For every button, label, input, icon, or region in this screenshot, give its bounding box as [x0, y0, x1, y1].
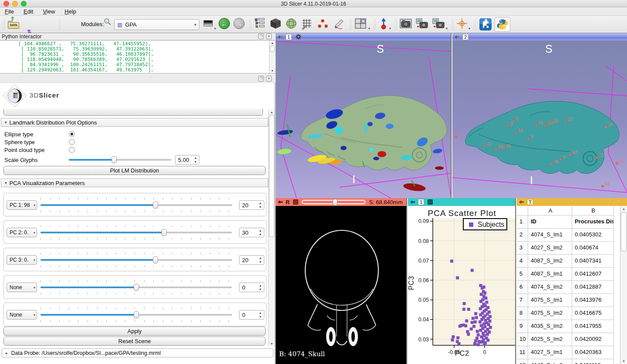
chevron-down-icon[interactable]: ▾ — [446, 27, 448, 30]
procrustes-table[interactable]: AB1IDProcrustes Distance24074_S_lm10.040… — [517, 206, 620, 364]
pca-section-header[interactable]: ▾ PCA Visualization Parameters — [1, 179, 268, 187]
toolbar-grip[interactable] — [58, 19, 61, 30]
spin-arrows-icon[interactable]: ▲▼ — [258, 229, 263, 236]
table-row[interactable]: 124149_S_lm20.0421118 — [517, 359, 620, 364]
pc-value-spinbox[interactable]: 0▲▼ — [239, 283, 264, 292]
load-data-button[interactable]: ⇧ DATA — [7, 18, 20, 31]
float-panel-icon[interactable]: ❐ — [258, 34, 264, 39]
column-header-a[interactable]: A — [528, 206, 572, 216]
pin-icon[interactable] — [410, 200, 415, 204]
toolbar-grip[interactable] — [349, 19, 351, 30]
scroll-up-icon[interactable]: ▲ — [620, 207, 627, 210]
menu-edit[interactable]: Edit — [19, 8, 38, 15]
undo-button[interactable]: ← — [219, 18, 230, 29]
table-row[interactable]: 24074_S_lm10.0405302 — [517, 229, 620, 242]
volume-rendering-cube-icon[interactable] — [270, 18, 281, 31]
python-console[interactable]: [ 104.4986627 , 75.30271111, 47.14455952… — [0, 40, 275, 74]
pc-value-spinbox[interactable]: 30▲▼ — [239, 228, 264, 237]
pc-component-combobox[interactable]: PC 1: 98▾ — [7, 200, 37, 210]
pc-slider[interactable] — [40, 286, 232, 288]
plot-view[interactable]: 1 0.090.080.070.060.050.040.03-0.050 PCA… — [408, 198, 516, 364]
window-level-button[interactable] — [203, 18, 213, 31]
scene-view-button[interactable] — [415, 18, 428, 31]
column-header-b[interactable]: B — [572, 206, 614, 216]
toolbar-grip[interactable] — [3, 19, 5, 30]
spin-arrows-icon[interactable]: ▲▼ — [258, 201, 263, 209]
transforms-grid-icon[interactable] — [301, 18, 313, 31]
crosshair-button[interactable] — [456, 18, 468, 31]
spin-arrows-icon[interactable]: ▲▼ — [258, 283, 263, 291]
pc-value-spinbox[interactable]: 0▲▼ — [239, 310, 264, 320]
place-point-button[interactable] — [379, 18, 388, 31]
annotation-pencil-icon[interactable] — [334, 18, 345, 31]
pc-component-combobox[interactable]: None▾ — [7, 283, 37, 292]
menu-file[interactable]: File — [0, 8, 19, 15]
chevron-down-icon[interactable]: ▾ — [368, 27, 370, 30]
chevron-down-icon[interactable]: ▾ — [214, 27, 216, 30]
menu-help[interactable]: Help — [60, 8, 81, 15]
chevron-down-icon[interactable]: ▾ — [469, 27, 470, 30]
spin-arrows-icon[interactable]: ▲▼ — [258, 311, 263, 319]
scale-glyphs-spinbox[interactable]: 5.00 ▲▼ — [175, 155, 199, 165]
pc-slider[interactable] — [40, 232, 232, 233]
apply-button[interactable]: Apply — [3, 327, 266, 336]
pc-value-spinbox[interactable]: 20▲▼ — [239, 255, 264, 265]
module-panel-scrollbar[interactable]: ▲ ▼ — [268, 110, 275, 346]
pin-icon[interactable] — [278, 200, 283, 204]
pc-component-combobox[interactable]: None▾ — [7, 310, 37, 320]
scroll-up-icon[interactable]: ▲ — [270, 41, 275, 44]
sphere-type-radio[interactable] — [69, 139, 75, 145]
pc-component-combobox[interactable]: PC 2: 0.▾ — [7, 228, 37, 237]
pc-slider[interactable] — [40, 314, 232, 316]
layout-selector-button[interactable] — [354, 18, 367, 31]
spin-arrows-icon[interactable]: ▲▼ — [193, 156, 198, 164]
table-row[interactable]: 64074_S_lm20.0412887 — [517, 281, 620, 294]
screenshot-button[interactable] — [400, 18, 412, 31]
scene-view-menu-button[interactable] — [432, 18, 445, 31]
pin-icon[interactable] — [455, 35, 460, 39]
float-panel-icon[interactable]: ❐ — [258, 76, 264, 81]
pin-icon[interactable] — [519, 200, 524, 204]
table-row[interactable]: 34027_S_lm20.040674 — [517, 242, 620, 255]
subject-hierarchy-button[interactable] — [254, 18, 266, 31]
table-row[interactable]: 114027_S_lm10.0420363 — [517, 346, 620, 359]
scroll-down-icon[interactable]: ▼ — [269, 342, 275, 345]
point-cloud-type-radio[interactable] — [69, 147, 75, 153]
pc-value-spinbox[interactable]: 20▲▼ — [239, 200, 264, 210]
scroll-down-icon[interactable]: ▼ — [620, 360, 627, 363]
plot-lm-distribution-button[interactable]: Plot LM Distribution — [3, 166, 266, 175]
scale-glyphs-slider[interactable] — [69, 159, 172, 161]
table-row[interactable]: 74075_S_lm10.0413976 — [517, 294, 620, 307]
gear-icon[interactable] — [296, 34, 301, 40]
red-slice-view[interactable]: R S: 68.840mm B: 4074_Skull — [276, 198, 407, 364]
scroll-up-icon[interactable]: ▲ — [269, 111, 275, 114]
plot-menu-icon[interactable] — [428, 199, 433, 205]
threed-view-2[interactable]: 233342635197252010131622489465553 2 S I — [452, 33, 627, 198]
chevron-down-icon[interactable]: ▾ — [389, 27, 391, 30]
table-scrollbar[interactable]: ▲ ▼ — [620, 206, 627, 364]
table-row[interactable]: 44087_S_lm20.0407341 — [517, 255, 620, 268]
pin-icon[interactable] — [278, 35, 283, 39]
table-row[interactable]: 84075_S_lm20.0416675 — [517, 307, 620, 320]
redo-button[interactable]: → — [233, 18, 245, 29]
toolbar-grip[interactable] — [374, 19, 376, 30]
close-panel-icon[interactable]: ✕ — [266, 76, 272, 81]
menu-view[interactable]: View — [38, 8, 60, 15]
table-row[interactable]: 94035_S_lm20.0417955 — [517, 320, 620, 333]
reset-scene-button[interactable]: Reset Scene — [3, 337, 266, 346]
toolbar-grip[interactable] — [451, 19, 453, 30]
table-row[interactable]: 104025_S_lm20.0420092 — [517, 333, 620, 346]
scroll-down-icon[interactable]: ▼ — [270, 69, 275, 72]
green-sphere-icon[interactable] — [286, 18, 297, 31]
close-panel-icon[interactable]: ✕ — [266, 34, 272, 39]
pc-component-combobox[interactable]: PC 3: 0.▾ — [7, 255, 37, 265]
ellipse-type-radio[interactable] — [69, 131, 75, 137]
pca-scatter-plot[interactable]: 0.090.080.070.060.050.040.03-0.050 PCA S… — [408, 206, 516, 364]
toolbar-grip[interactable] — [394, 19, 397, 30]
threed-view-1[interactable]: 1 S I — [276, 33, 452, 198]
slice-offset-slider[interactable] — [302, 200, 365, 204]
spin-arrows-icon[interactable]: ▲▼ — [258, 256, 263, 264]
table-row[interactable]: 1IDProcrustes Distance — [517, 216, 620, 229]
table-view[interactable]: T AB1IDProcrustes Distance24074_S_lm10.0… — [517, 198, 627, 364]
module-selector-combobox[interactable]: ▩ GPA ▾ — [114, 19, 199, 30]
